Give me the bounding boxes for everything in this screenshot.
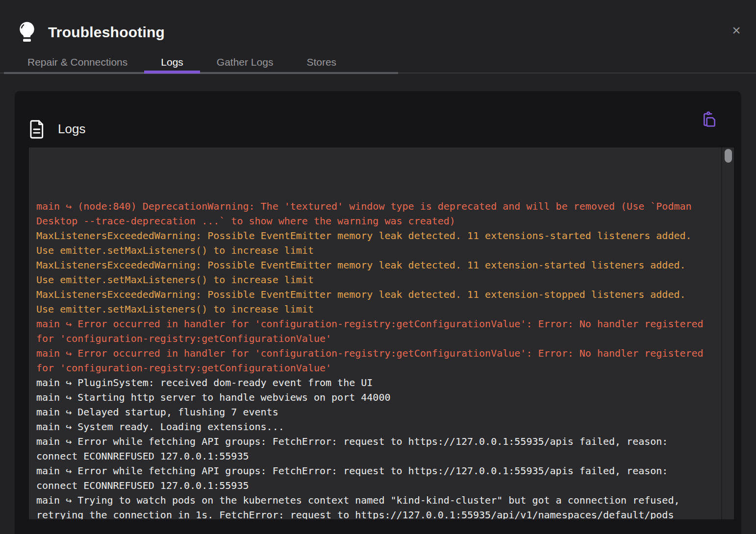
tab-gather-logs[interactable]: Gather Logs: [200, 52, 290, 73]
troubleshooting-dialog: Troubleshooting × Repair & ConnectionsLo…: [0, 0, 756, 534]
dialog-header: Troubleshooting ×: [0, 0, 756, 48]
lightbulb-icon: [19, 21, 35, 44]
tabs-scrollbar: [4, 72, 398, 74]
copy-to-clipboard-icon[interactable]: [701, 111, 718, 127]
document-icon: [29, 120, 45, 139]
logs-panel-title: Logs: [58, 121, 85, 137]
scrollbar-thumb[interactable]: [725, 149, 732, 163]
log-line: main ↪ Trying to watch pods on the kuber…: [36, 493, 709, 519]
log-line: MaxListenersExceededWarning: Possible Ev…: [36, 228, 709, 258]
log-line: MaxListenersExceededWarning: Possible Ev…: [36, 287, 709, 316]
tab-logs[interactable]: Logs: [144, 52, 200, 73]
log-line: main ↪ Starting http server to handle we…: [36, 390, 709, 405]
logs-panel-header: Logs: [15, 91, 741, 147]
log-line: main ↪ System ready. Loading extensions.…: [36, 419, 709, 434]
close-icon[interactable]: ×: [728, 22, 745, 39]
log-line: MaxListenersExceededWarning: Possible Ev…: [36, 258, 709, 287]
scrollbar-track: [721, 147, 722, 519]
log-output[interactable]: main ↪ (node:840) DeprecationWarning: Th…: [29, 147, 734, 519]
log-line: main ↪ Error occurred in handler for 'co…: [36, 316, 709, 346]
page-title: Troubleshooting: [48, 24, 165, 41]
log-line: main ↪ Error while fetching API groups: …: [36, 463, 709, 493]
logs-panel: Logs main ↪ (node:840) DeprecationWarnin…: [15, 91, 741, 534]
tab-stores[interactable]: Stores: [290, 52, 353, 73]
tab-bar: Repair & ConnectionsLogsGather LogsStore…: [0, 52, 756, 73]
log-content: main ↪ (node:840) DeprecationWarning: Th…: [29, 147, 709, 519]
tab-repair-connections[interactable]: Repair & Connections: [11, 52, 144, 73]
log-line: main ↪ Error occurred in handler for 'co…: [36, 346, 709, 375]
log-line: main ↪ Error while fetching API groups: …: [36, 434, 709, 463]
log-line: main ↪ (node:840) DeprecationWarning: Th…: [36, 199, 709, 228]
log-line: main ↪ PluginSystem: received dom-ready …: [36, 375, 709, 390]
log-line: main ↪ Delayed startup, flushing 7 event…: [36, 405, 709, 419]
